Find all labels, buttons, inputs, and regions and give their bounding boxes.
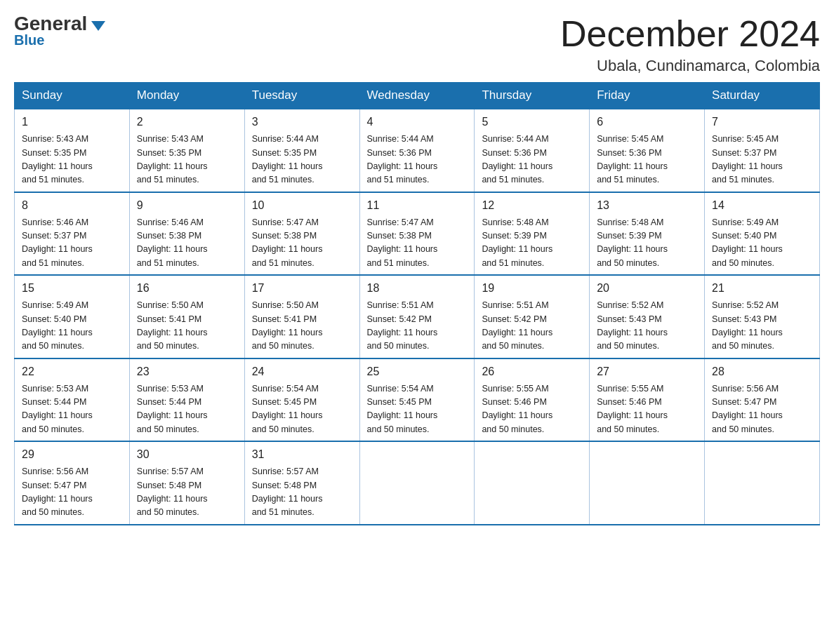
calendar-cell: 29 Sunrise: 5:56 AMSunset: 5:47 PMDaylig… [15,441,130,525]
day-number: 4 [367,114,468,130]
calendar-cell: 16 Sunrise: 5:50 AMSunset: 5:41 PMDaylig… [129,275,244,358]
day-number: 28 [712,363,812,380]
day-number: 9 [137,197,237,214]
day-info: Sunrise: 5:57 AMSunset: 5:48 PMDaylight:… [137,465,237,520]
day-number: 8 [22,197,122,214]
header-tuesday: Tuesday [244,83,359,109]
header-saturday: Saturday [705,83,820,109]
calendar-cell: 28 Sunrise: 5:56 AMSunset: 5:47 PMDaylig… [705,358,820,442]
day-info: Sunrise: 5:43 AMSunset: 5:35 PMDaylight:… [137,133,237,187]
calendar-cell: 9 Sunrise: 5:46 AMSunset: 5:38 PMDayligh… [129,192,244,276]
header-sunday: Sunday [15,83,130,109]
calendar-week-row: 8 Sunrise: 5:46 AMSunset: 5:37 PMDayligh… [15,192,820,276]
day-info: Sunrise: 5:50 AMSunset: 5:41 PMDaylight:… [137,299,237,354]
calendar-cell: 31 Sunrise: 5:57 AMSunset: 5:48 PMDaylig… [244,441,359,525]
calendar-cell: 3 Sunrise: 5:44 AMSunset: 5:35 PMDayligh… [244,109,359,192]
calendar-cell: 4 Sunrise: 5:44 AMSunset: 5:36 PMDayligh… [359,109,475,192]
day-info: Sunrise: 5:49 AMSunset: 5:40 PMDaylight:… [22,299,122,354]
calendar-cell: 26 Sunrise: 5:55 AMSunset: 5:46 PMDaylig… [475,358,590,442]
day-number: 23 [137,363,237,380]
calendar-cell: 6 Sunrise: 5:45 AMSunset: 5:36 PMDayligh… [590,109,705,192]
day-number: 16 [137,280,237,297]
day-info: Sunrise: 5:54 AMSunset: 5:45 PMDaylight:… [252,382,352,437]
calendar-cell: 21 Sunrise: 5:52 AMSunset: 5:43 PMDaylig… [705,275,820,358]
calendar-cell: 12 Sunrise: 5:48 AMSunset: 5:39 PMDaylig… [475,192,590,276]
day-info: Sunrise: 5:43 AMSunset: 5:35 PMDaylight:… [22,133,122,187]
day-number: 6 [597,114,697,130]
calendar-cell: 8 Sunrise: 5:46 AMSunset: 5:37 PMDayligh… [15,192,130,276]
calendar-cell: 7 Sunrise: 5:45 AMSunset: 5:37 PMDayligh… [705,109,820,192]
day-number: 10 [252,197,352,214]
calendar-cell: 1 Sunrise: 5:43 AMSunset: 5:35 PMDayligh… [15,109,130,192]
title-block: December 2024 Ubala, Cundinamarca, Colom… [560,14,820,75]
day-number: 31 [252,446,352,463]
calendar-cell: 24 Sunrise: 5:54 AMSunset: 5:45 PMDaylig… [244,358,359,442]
header-thursday: Thursday [475,83,590,109]
calendar-table: Sunday Monday Tuesday Wednesday Thursday… [14,82,820,525]
day-info: Sunrise: 5:44 AMSunset: 5:36 PMDaylight:… [367,133,468,187]
calendar-cell: 5 Sunrise: 5:44 AMSunset: 5:36 PMDayligh… [475,109,590,192]
logo-blue-text: Blue [14,32,44,48]
day-info: Sunrise: 5:53 AMSunset: 5:44 PMDaylight:… [22,382,122,437]
day-info: Sunrise: 5:57 AMSunset: 5:48 PMDaylight:… [252,465,352,520]
header-monday: Monday [129,83,244,109]
day-number: 11 [367,197,468,214]
day-info: Sunrise: 5:51 AMSunset: 5:42 PMDaylight:… [482,299,582,354]
day-info: Sunrise: 5:53 AMSunset: 5:44 PMDaylight:… [137,382,237,437]
day-info: Sunrise: 5:51 AMSunset: 5:42 PMDaylight:… [367,299,468,354]
day-number: 24 [252,363,352,380]
logo-triangle-icon [91,21,105,31]
weekday-header-row: Sunday Monday Tuesday Wednesday Thursday… [15,83,820,109]
day-info: Sunrise: 5:48 AMSunset: 5:39 PMDaylight:… [482,216,582,271]
day-number: 19 [482,280,582,297]
month-title: December 2024 [560,14,820,54]
day-number: 5 [482,114,582,130]
calendar-week-row: 15 Sunrise: 5:49 AMSunset: 5:40 PMDaylig… [15,275,820,358]
calendar-cell: 23 Sunrise: 5:53 AMSunset: 5:44 PMDaylig… [129,358,244,442]
calendar-cell: 30 Sunrise: 5:57 AMSunset: 5:48 PMDaylig… [129,441,244,525]
day-number: 30 [137,446,237,463]
calendar-cell: 18 Sunrise: 5:51 AMSunset: 5:42 PMDaylig… [359,275,475,358]
page-header: General Blue December 2024 Ubala, Cundin… [14,14,820,75]
day-number: 3 [252,114,352,130]
day-info: Sunrise: 5:49 AMSunset: 5:40 PMDaylight:… [712,216,812,271]
calendar-week-row: 22 Sunrise: 5:53 AMSunset: 5:44 PMDaylig… [15,358,820,442]
day-number: 2 [137,114,237,130]
calendar-cell: 11 Sunrise: 5:47 AMSunset: 5:38 PMDaylig… [359,192,475,276]
day-info: Sunrise: 5:55 AMSunset: 5:46 PMDaylight:… [597,382,697,437]
day-info: Sunrise: 5:55 AMSunset: 5:46 PMDaylight:… [482,382,582,437]
day-number: 12 [482,197,582,214]
day-number: 18 [367,280,468,297]
location-title: Ubala, Cundinamarca, Colombia [560,57,820,75]
calendar-week-row: 29 Sunrise: 5:56 AMSunset: 5:47 PMDaylig… [15,441,820,525]
day-info: Sunrise: 5:46 AMSunset: 5:37 PMDaylight:… [22,216,122,271]
calendar-cell: 20 Sunrise: 5:52 AMSunset: 5:43 PMDaylig… [590,275,705,358]
day-number: 29 [22,446,122,463]
day-number: 21 [712,280,812,297]
day-number: 7 [712,114,812,130]
day-info: Sunrise: 5:45 AMSunset: 5:36 PMDaylight:… [597,133,697,187]
day-info: Sunrise: 5:52 AMSunset: 5:43 PMDaylight:… [712,299,812,354]
calendar-cell: 13 Sunrise: 5:48 AMSunset: 5:39 PMDaylig… [590,192,705,276]
calendar-cell: 22 Sunrise: 5:53 AMSunset: 5:44 PMDaylig… [15,358,130,442]
day-info: Sunrise: 5:56 AMSunset: 5:47 PMDaylight:… [22,465,122,520]
day-info: Sunrise: 5:50 AMSunset: 5:41 PMDaylight:… [252,299,352,354]
day-number: 26 [482,363,582,380]
day-info: Sunrise: 5:56 AMSunset: 5:47 PMDaylight:… [712,382,812,437]
day-info: Sunrise: 5:52 AMSunset: 5:43 PMDaylight:… [597,299,697,354]
logo: General Blue [14,14,105,48]
day-info: Sunrise: 5:54 AMSunset: 5:45 PMDaylight:… [367,382,468,437]
calendar-cell: 19 Sunrise: 5:51 AMSunset: 5:42 PMDaylig… [475,275,590,358]
calendar-cell: 17 Sunrise: 5:50 AMSunset: 5:41 PMDaylig… [244,275,359,358]
day-number: 15 [22,280,122,297]
calendar-cell: 2 Sunrise: 5:43 AMSunset: 5:35 PMDayligh… [129,109,244,192]
day-info: Sunrise: 5:47 AMSunset: 5:38 PMDaylight:… [252,216,352,271]
header-friday: Friday [590,83,705,109]
day-number: 27 [597,363,697,380]
calendar-cell: 27 Sunrise: 5:55 AMSunset: 5:46 PMDaylig… [590,358,705,442]
day-info: Sunrise: 5:47 AMSunset: 5:38 PMDaylight:… [367,216,468,271]
day-number: 13 [597,197,697,214]
calendar-cell: 25 Sunrise: 5:54 AMSunset: 5:45 PMDaylig… [359,358,475,442]
calendar-cell [359,441,475,525]
day-number: 17 [252,280,352,297]
